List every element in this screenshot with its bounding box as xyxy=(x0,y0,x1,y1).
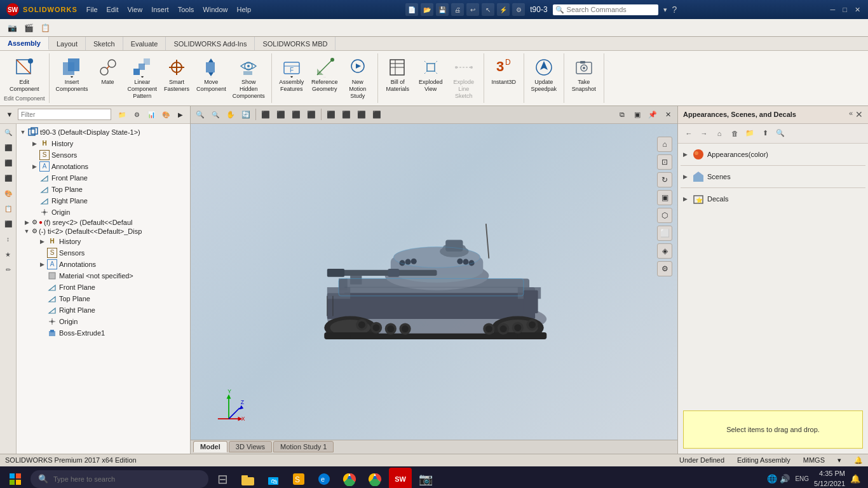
taskbar-taskview[interactable]: ⊟ xyxy=(211,468,234,488)
tree-item-annotations-1[interactable]: ▶ A Annotations xyxy=(17,161,190,172)
sidebar-chevron-right[interactable]: ▶ xyxy=(173,107,187,121)
vt-view-settings[interactable]: ⬛ xyxy=(339,107,353,121)
taskbar-edge[interactable]: e xyxy=(313,468,336,488)
tree-item-history-2[interactable]: ▶ H History xyxy=(17,236,190,247)
vt-close[interactable]: ✕ xyxy=(661,107,675,121)
sidebar-filter-icon[interactable]: ▼ xyxy=(3,107,17,121)
tray-notification[interactable]: 🔔 xyxy=(850,474,860,484)
tree-toggle-ti2[interactable]: ▼ xyxy=(23,227,31,235)
rp-item-appearances[interactable]: ▶ Appearances(color) xyxy=(681,146,865,163)
taskbar-solidworks[interactable]: SW xyxy=(389,468,412,488)
help-icon[interactable]: ? xyxy=(672,4,677,15)
rp-item-decals[interactable]: ▶ ⭐ Decals xyxy=(681,191,865,207)
tree-toggle-annotations-1[interactable]: ▶ xyxy=(31,163,38,170)
taskbar-chrome-2[interactable] xyxy=(363,468,386,488)
vc-home[interactable]: ⌂ xyxy=(657,137,672,152)
sidebar-tab-config[interactable]: 📊 xyxy=(144,107,158,121)
tree-item-origin-1[interactable]: ▶ Origin xyxy=(17,207,190,218)
print-icon[interactable]: 🖨 xyxy=(451,3,464,16)
viewport-tab-3dviews[interactable]: 3D Views xyxy=(229,441,272,452)
tree-item-srey[interactable]: ▶ ⚙ ● (f) srey<2> (Default<<Defaul xyxy=(17,218,190,227)
system-clock[interactable]: 4:35 PM 5/12/2021 xyxy=(814,469,845,488)
instant3d-button[interactable]: 3D Instant3D xyxy=(488,55,520,87)
qa-record[interactable]: 🎬 xyxy=(22,21,36,35)
vt-window-controls[interactable]: ⧉ xyxy=(615,107,629,121)
bill-of-materials-button[interactable]: Bill ofMaterials xyxy=(382,55,414,94)
menu-file[interactable]: File xyxy=(83,4,102,15)
viewport-tab-model[interactable]: Model xyxy=(193,441,227,452)
menu-insert[interactable]: Insert xyxy=(147,4,173,15)
sidebar-tab-featuretree[interactable]: 📁 xyxy=(115,107,129,121)
sidebar-icon-box[interactable]: ⬛ xyxy=(2,218,15,231)
tab-evaluate[interactable]: Evaluate xyxy=(123,37,166,50)
explode-line-button[interactable]: ExplodeLineSketch xyxy=(448,55,480,100)
rp-new-folder[interactable]: 📁 xyxy=(743,126,757,140)
tree-item-material[interactable]: ▶ Material <not specified> xyxy=(17,270,190,281)
rp-forward[interactable]: → xyxy=(697,126,711,140)
menu-window[interactable]: Window xyxy=(199,4,231,15)
tree-item-boss-extrude[interactable]: ▶ Boss-Extrude1 xyxy=(17,327,190,339)
tree-item-origin-2[interactable]: ▶ Origin xyxy=(17,316,190,327)
tree-item-annotations-2[interactable]: ▶ A Annotations xyxy=(17,259,190,270)
options-icon[interactable]: ⚙ xyxy=(512,3,525,16)
vt-view-orient[interactable]: ⬛ xyxy=(274,107,288,121)
tree-toggle-srey[interactable]: ▶ xyxy=(23,219,31,226)
taskbar-search[interactable]: 🔍 xyxy=(31,470,208,488)
tray-wifi[interactable]: 🌐 xyxy=(767,474,777,484)
tree-item-history-1[interactable]: ▶ H History xyxy=(17,138,190,149)
rp-toggle-appearances[interactable]: ▶ xyxy=(683,151,692,158)
vt-realview[interactable]: ⬛ xyxy=(355,107,369,121)
sidebar-icon-color[interactable]: 🎨 xyxy=(2,187,15,200)
tray-volume[interactable]: 🔊 xyxy=(780,474,790,484)
move-component-button[interactable]: ▾ MoveComponent xyxy=(194,55,229,94)
cursor-icon[interactable]: ↖ xyxy=(482,3,494,16)
sidebar-icon-3d[interactable]: ⬛ xyxy=(2,157,15,170)
status-units[interactable]: MMGS xyxy=(803,456,825,464)
status-notification[interactable]: 🔔 xyxy=(854,456,863,464)
vt-pin[interactable]: 📌 xyxy=(646,107,660,121)
start-button[interactable] xyxy=(3,466,28,488)
vc-view-selector[interactable]: ⬡ xyxy=(657,208,672,223)
tree-toggle-root[interactable]: ▼ xyxy=(19,128,27,136)
tree-item-frontplane-2[interactable]: ▶ Front Plane xyxy=(17,281,190,293)
close-button[interactable]: ✕ xyxy=(852,4,863,15)
take-snapshot-button[interactable]: TakeSnapshot xyxy=(568,55,600,94)
tab-mbd[interactable]: SOLIDWORKS MBD xyxy=(255,37,336,50)
rp-search[interactable]: 🔍 xyxy=(773,126,787,140)
qa-camera[interactable]: 📷 xyxy=(5,21,19,35)
update-speedpak-button[interactable]: UpdateSpeedpak xyxy=(528,55,560,94)
vc-zoom-fit[interactable]: ⊡ xyxy=(657,154,672,170)
vc-settings[interactable]: ⚙ xyxy=(657,261,672,276)
reference-geometry-button[interactable]: ▾ ReferenceGeometry xyxy=(309,55,341,94)
vt-zoom-out[interactable]: 🔍 xyxy=(208,107,222,121)
sidebar-icon-search[interactable]: 🔍 xyxy=(2,126,15,139)
sidebar-icon-block[interactable]: ⬛ xyxy=(2,172,15,185)
new-icon[interactable]: 📄 xyxy=(405,3,418,16)
taskbar-search-input[interactable] xyxy=(53,475,201,483)
tree-toggle-history-2[interactable]: ▶ xyxy=(38,238,46,245)
vc-front-view[interactable]: ▣ xyxy=(657,190,672,205)
edit-component-button[interactable]: EditComponent xyxy=(7,55,42,94)
insert-components-button[interactable]: ▾ InsertComponents xyxy=(53,55,91,94)
search-input[interactable] xyxy=(567,6,656,13)
rp-back[interactable]: ← xyxy=(682,126,696,140)
tree-item-sensors-2[interactable]: ▶ S Sensors xyxy=(17,247,190,259)
sidebar-icon-table[interactable]: 📋 xyxy=(2,203,15,215)
vc-transparency[interactable]: ◈ xyxy=(657,243,672,259)
search-box[interactable]: 🔍 xyxy=(553,4,658,15)
rp-drop-zone[interactable]: Select items to drag and drop. xyxy=(683,410,863,449)
viewport-tab-motionstudy[interactable]: Motion Study 1 xyxy=(273,441,334,452)
mate-button[interactable]: Mate xyxy=(92,55,124,87)
smart-fasteners-button[interactable]: SmartFasteners xyxy=(161,55,193,94)
new-motion-button[interactable]: NewMotionStudy xyxy=(342,55,374,100)
rp-item-scenes[interactable]: ▶ Scenes xyxy=(681,168,865,185)
tree-item-ti2[interactable]: ▼ ⚙ (-) ti<2> (Default<<Default>_Disp xyxy=(17,227,190,236)
sidebar-icon-star[interactable]: ★ xyxy=(2,248,15,261)
search-expand[interactable]: ▾ xyxy=(663,6,667,14)
vt-display-style[interactable]: ⬛ xyxy=(259,107,273,121)
undo-icon[interactable]: ↩ xyxy=(466,3,479,16)
tab-assembly[interactable]: Assembly xyxy=(0,37,49,50)
tree-item-rightplane-1[interactable]: ▶ Right Plane xyxy=(17,195,190,207)
3d-viewport[interactable]: Y X Z ⌂ ⊡ ↻ ▣ ⬡ ⬜ ◈ ⚙ xyxy=(191,124,677,440)
tree-item-rightplane-2[interactable]: ▶ Right Plane xyxy=(17,304,190,316)
